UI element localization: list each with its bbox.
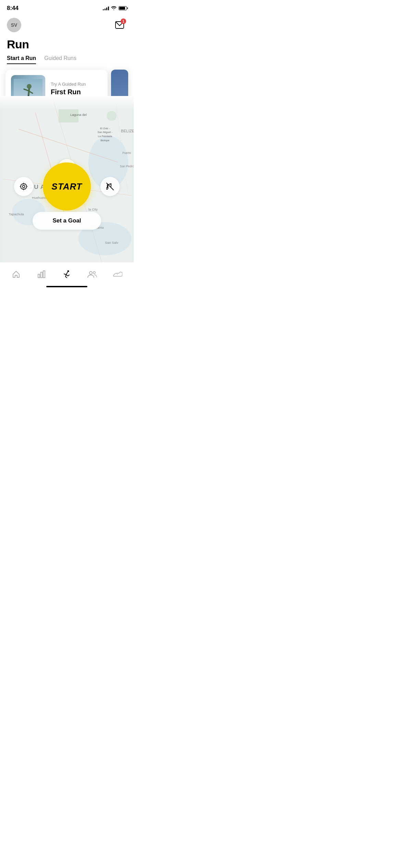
svg-rect-44 xyxy=(41,272,42,278)
mail-badge: 1 xyxy=(121,19,126,24)
svg-rect-43 xyxy=(38,274,40,278)
home-icon xyxy=(12,270,20,278)
nav-run[interactable] xyxy=(54,267,80,281)
status-icons xyxy=(103,6,127,10)
tabs: Start a Run Guided Runs xyxy=(0,55,134,64)
chart-icon xyxy=(37,270,46,278)
svg-text:Biotope: Biotope xyxy=(100,139,109,142)
running-icon xyxy=(62,270,71,279)
set-goal-button[interactable]: Set a Goal xyxy=(33,212,101,230)
map-top-fade xyxy=(0,96,134,110)
status-time: 8:44 xyxy=(7,5,19,12)
set-goal-label: Set a Goal xyxy=(52,217,81,224)
svg-point-47 xyxy=(89,272,92,274)
svg-text:San Miguel -: San Miguel - xyxy=(98,131,113,134)
music-off-button[interactable] xyxy=(100,177,120,196)
start-label: START xyxy=(51,181,82,192)
nav-gear[interactable] xyxy=(105,268,130,280)
card-subtitle: Try A Guided Run xyxy=(51,82,102,87)
gear-icon xyxy=(20,183,27,190)
music-off-icon xyxy=(106,183,114,190)
svg-text:San Salv: San Salv xyxy=(105,241,118,244)
map-area: GUATEMALA Laguna del El Zotz - San Migue… xyxy=(0,96,134,262)
bottom-nav xyxy=(0,262,134,289)
svg-text:El Zotz -: El Zotz - xyxy=(100,127,110,130)
nav-home[interactable] xyxy=(3,267,29,281)
svg-text:BELIZE: BELIZE xyxy=(121,129,134,133)
svg-rect-45 xyxy=(43,271,45,278)
start-button[interactable]: START xyxy=(43,162,91,210)
status-bar: 8:44 xyxy=(0,0,134,15)
settings-button[interactable] xyxy=(14,177,33,196)
svg-point-24 xyxy=(107,111,117,121)
svg-line-7 xyxy=(28,89,29,96)
wifi-icon xyxy=(111,6,117,10)
tab-start-a-run[interactable]: Start a Run xyxy=(7,55,36,64)
nav-social[interactable] xyxy=(80,268,105,281)
signal-icon xyxy=(103,6,109,10)
svg-point-46 xyxy=(68,270,69,272)
page-title: Run xyxy=(0,35,134,55)
svg-text:Puerto: Puerto xyxy=(122,151,131,155)
battery-icon xyxy=(119,6,127,10)
svg-text:Tapachula: Tapachula xyxy=(9,212,24,216)
nav-activity[interactable] xyxy=(29,267,54,281)
svg-text:La Pelotada: La Pelotada xyxy=(98,135,112,138)
shoe-nav-icon xyxy=(113,271,122,278)
header: SV 1 xyxy=(0,15,134,35)
svg-point-41 xyxy=(23,185,25,188)
avatar[interactable]: SV xyxy=(7,18,21,32)
svg-text:Laguna del: Laguna del xyxy=(70,113,87,117)
tab-guided-runs[interactable]: Guided Runs xyxy=(44,55,76,64)
group-icon xyxy=(87,270,97,278)
svg-point-48 xyxy=(93,272,95,274)
start-area: START xyxy=(0,162,134,210)
card-title: First Run xyxy=(51,88,102,96)
mail-button[interactable]: 1 xyxy=(112,18,127,32)
home-indicator xyxy=(46,286,87,287)
